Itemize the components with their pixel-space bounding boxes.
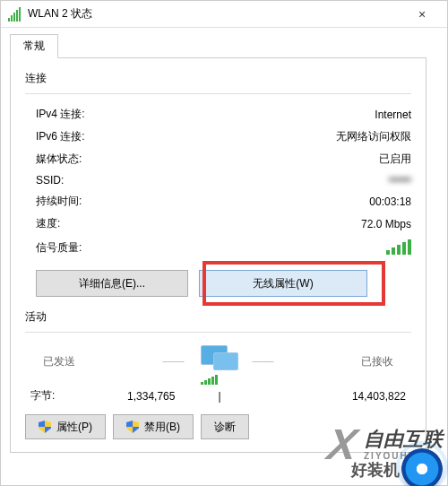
watermark-circle-icon (401, 448, 443, 486)
network-computers-icon (197, 345, 240, 378)
bytes-row: 字节: 1,334,765 | 14,403,822 (30, 388, 406, 404)
ssid-label: SSID: (36, 174, 64, 187)
row-speed: 速度: 72.0 Mbps (36, 213, 411, 235)
bytes-separator: | (219, 390, 272, 403)
window-title: WLAN 2 状态 (28, 6, 404, 22)
speed-label: 速度: (36, 216, 60, 231)
bottom-buttons: 属性(P) 禁用(B) 诊断 (25, 414, 411, 439)
duration-value: 00:03:18 (369, 195, 411, 208)
bytes-label: 字节: (30, 388, 84, 404)
shield-icon (126, 421, 139, 433)
sent-label: 已发送 (43, 354, 75, 369)
bytes-sent-value: 1,334,765 (84, 390, 219, 403)
row-ipv4: IPv4 连接: Internet (36, 103, 411, 126)
signal-bars-icon (386, 239, 411, 255)
wireless-properties-button[interactable]: 无线属性(W) (199, 270, 367, 297)
signal-quality-value (386, 239, 411, 257)
disable-button-label: 禁用(B) (144, 420, 180, 435)
divider (25, 332, 411, 333)
shield-icon (39, 421, 51, 433)
row-ipv6: IPv6 连接: 无网络访问权限 (36, 126, 411, 148)
speed-value: 72.0 Mbps (361, 218, 411, 230)
divider (25, 93, 411, 94)
activity-signal-icon (201, 374, 218, 385)
dash-right: —— (253, 355, 274, 368)
row-media-state: 媒体状态: 已启用 (36, 148, 411, 170)
ssid-value: •••••• (389, 174, 411, 187)
media-state-label: 媒体状态: (36, 152, 82, 167)
activity-row: 已发送 —— —— 已接收 (43, 342, 393, 381)
ipv6-value: 无网络访问权限 (336, 129, 411, 144)
general-panel: 连接 IPv4 连接: Internet IPv6 连接: 无网络访问权限 媒体… (10, 57, 426, 453)
media-state-value: 已启用 (379, 152, 411, 167)
row-ssid: SSID: •••••• (36, 170, 411, 190)
activity-section-label: 活动 (25, 309, 411, 325)
connection-section-label: 连接 (25, 71, 411, 86)
watermark-tag: 好装机 (351, 459, 400, 481)
wifi-signal-icon (8, 7, 22, 22)
signal-quality-label: 信号质量: (36, 240, 82, 256)
diagnose-button-label: 诊断 (214, 420, 236, 435)
ipv4-label: IPv4 连接: (36, 107, 85, 122)
connection-fields: IPv4 连接: Internet IPv6 连接: 无网络访问权限 媒体状态:… (36, 103, 411, 261)
properties-button[interactable]: 属性(P) (25, 414, 106, 439)
dash-left: —— (163, 355, 185, 368)
properties-button-label: 属性(P) (56, 420, 92, 435)
details-button[interactable]: 详细信息(E)... (36, 270, 188, 297)
received-label: 已接收 (361, 354, 393, 369)
row-duration: 持续时间: 00:03:18 (36, 190, 411, 213)
ipv4-value: Internet (375, 108, 411, 121)
duration-label: 持续时间: (36, 194, 82, 209)
ipv6-label: IPv6 连接: (36, 129, 85, 144)
close-button[interactable]: × (404, 2, 440, 27)
tab-general[interactable]: 常规 (10, 34, 58, 58)
row-signal-quality: 信号质量: (36, 235, 411, 261)
diagnose-button[interactable]: 诊断 (201, 414, 249, 439)
bytes-received-value: 14,403,822 (272, 390, 407, 403)
disable-button[interactable]: 禁用(B) (113, 414, 194, 439)
titlebar: WLAN 2 状态 × (1, 1, 447, 28)
